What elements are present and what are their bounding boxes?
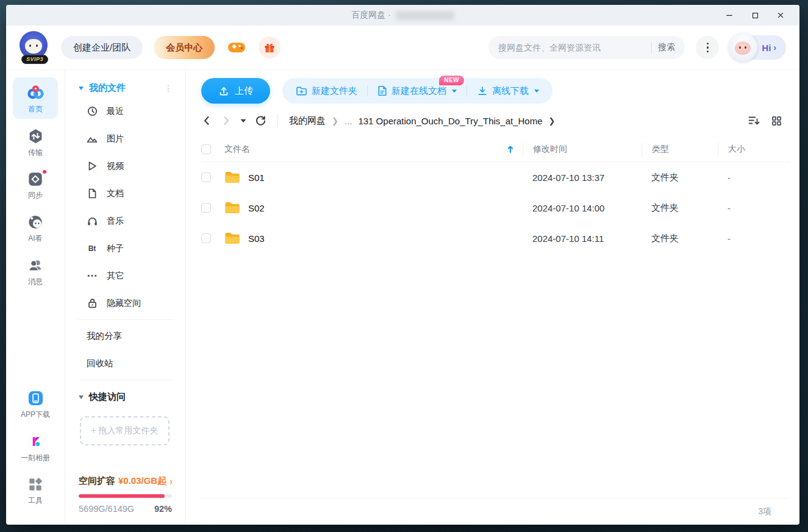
account-avatar[interactable]: SVIP3 — [20, 31, 50, 64]
sidebar-item-my-share[interactable]: 我的分享 — [77, 322, 176, 350]
sidenav: 我的文件 ⋮ 最近 图片 视频 — [65, 70, 186, 525]
transfer-icon — [27, 128, 44, 144]
more-options-button[interactable] — [696, 36, 719, 59]
rail-item-yike-album[interactable]: 一刻相册 — [13, 428, 58, 467]
sidebar-item-torrents[interactable]: Bt 种子 — [77, 235, 176, 262]
header-name-cell[interactable]: 文件名 — [224, 144, 523, 155]
search-box: 搜索 — [488, 36, 685, 59]
row-checkbox[interactable] — [201, 203, 211, 213]
table-row[interactable]: S01 2024-07-10 13:37 文件夹 - — [201, 162, 790, 193]
file-modified: 2024-07-10 14:00 — [523, 203, 642, 213]
breadcrumb-ellipsis[interactable]: ... — [345, 116, 352, 126]
column-name-label: 文件名 — [224, 144, 250, 155]
header-modified-cell[interactable]: 修改时间 — [523, 141, 642, 157]
folder-icon — [224, 201, 240, 215]
grid-view-button[interactable] — [771, 115, 782, 127]
breadcrumb: 我的网盘 ❯ ... 131 Operation_Ouch_Do_Try_Thi… — [289, 115, 555, 127]
header-size-cell[interactable]: 大小 — [718, 141, 790, 157]
new-online-doc-button[interactable]: NEW 新建在线文档 — [377, 85, 457, 97]
breadcrumb-root[interactable]: 我的网盘 — [289, 115, 326, 127]
breadcrumb-expand-arrow[interactable]: ❯ — [549, 116, 556, 126]
forward-button[interactable] — [221, 115, 232, 126]
rail-item-app-download[interactable]: APP下载 — [13, 385, 58, 424]
upload-button[interactable]: 上传 — [201, 78, 270, 104]
sidebar-item-documents[interactable]: 文档 — [77, 180, 176, 207]
new-folder-button[interactable]: 新建文件夹 — [296, 85, 357, 97]
history-dropdown-button[interactable] — [240, 119, 246, 123]
drop-folder-zone[interactable]: + 拖入常用文件夹 — [80, 416, 170, 445]
vip-center-button[interactable]: 会员中心 — [154, 36, 215, 59]
my-files-group-header[interactable]: 我的文件 ⋮ — [77, 80, 176, 98]
game-center-button[interactable] — [226, 37, 248, 59]
breadcrumb-current-folder[interactable]: 131 Operation_Ouch_Do_Try_This_at_Home — [358, 116, 542, 126]
file-type: 文件夹 — [642, 202, 718, 214]
caret-down-icon — [79, 87, 84, 90]
rail-item-messages[interactable]: 消息 — [13, 252, 58, 291]
file-name[interactable]: S03 — [248, 233, 265, 244]
navigation-row: 我的网盘 ❯ ... 131 Operation_Ouch_Do_Try_Thi… — [201, 105, 790, 137]
caret-down-icon — [79, 395, 84, 399]
gift-button[interactable] — [259, 37, 281, 59]
lock-icon — [87, 298, 98, 308]
select-all-checkbox[interactable] — [201, 144, 211, 154]
rail-item-sync[interactable]: 同步 — [13, 166, 58, 205]
file-type: 文件夹 — [642, 172, 718, 183]
breadcrumb-separator: ❯ — [332, 116, 338, 126]
caret-down-icon — [452, 90, 457, 93]
new-doc-icon — [377, 85, 387, 96]
my-files-menu-button[interactable]: ⋮ — [164, 84, 176, 93]
rail-item-tools[interactable]: 工具 — [13, 471, 58, 510]
grid-icon — [771, 115, 782, 127]
new-online-doc-label: 新建在线文档 — [391, 85, 446, 97]
table-row[interactable]: S03 2024-07-10 14:11 文件夹 - — [201, 223, 790, 254]
rail-item-home[interactable]: 首页 — [13, 77, 58, 119]
sort-button[interactable] — [748, 115, 760, 126]
maximize-button[interactable] — [745, 7, 765, 24]
row-checkbox[interactable] — [201, 233, 211, 243]
sidebar-item-pictures[interactable]: 图片 — [77, 125, 176, 152]
back-button[interactable] — [201, 115, 212, 126]
rail-item-ai-view[interactable]: AI看 — [13, 208, 58, 248]
search-button[interactable]: 搜索 — [658, 42, 675, 53]
sort-icon — [748, 115, 760, 126]
assistant-hi-button[interactable]: Hi › — [730, 35, 786, 60]
sidebar-item-recycle-bin[interactable]: 回收站 — [77, 350, 176, 377]
hi-label: Hi — [762, 43, 771, 53]
quick-access-header[interactable]: 快捷访问 — [77, 389, 176, 406]
table-row[interactable]: S02 2024-07-10 14:00 文件夹 - — [201, 193, 790, 223]
row-checkbox[interactable] — [201, 172, 211, 182]
storage-usage: 5699G/6149G — [79, 504, 134, 514]
left-rail: 首页 传输 同步 — [6, 70, 65, 525]
offline-download-button[interactable]: 离线下载 — [477, 85, 539, 97]
header-type-cell[interactable]: 类型 — [642, 141, 718, 157]
file-name[interactable]: S01 — [248, 172, 265, 183]
sidebar-item-music[interactable]: 音乐 — [77, 207, 176, 235]
file-size: - — [718, 172, 790, 183]
refresh-button[interactable] — [255, 115, 266, 127]
storage-expand-link[interactable]: 空间扩容 ¥0.03/GB起 › — [79, 475, 172, 487]
yike-album-icon — [27, 433, 44, 450]
sidebar-item-videos[interactable]: 视频 — [77, 152, 176, 180]
rail-label: 同步 — [28, 190, 43, 200]
sort-ascending-icon[interactable] — [507, 145, 514, 154]
sidebar-item-others[interactable]: 其它 — [77, 262, 176, 289]
quick-access-title: 快捷访问 — [89, 391, 126, 403]
sidebar-item-label: 隐藏空间 — [107, 298, 141, 309]
file-name[interactable]: S02 — [248, 203, 265, 213]
sidebar-item-hidden-space[interactable]: 隐藏空间 — [77, 289, 176, 317]
rail-item-transfer[interactable]: 传输 — [13, 122, 58, 162]
search-input[interactable] — [498, 43, 645, 52]
toolbar: 上传 新建文件夹 NEW — [201, 78, 790, 104]
storage-usage-row: 5699G/6149G 92% — [79, 504, 172, 514]
create-team-button[interactable]: 创建企业/团队 — [61, 36, 143, 59]
new-folder-label: 新建文件夹 — [312, 85, 357, 97]
column-modified-label: 修改时间 — [533, 144, 567, 155]
sidebar-item-label: 视频 — [107, 161, 124, 172]
view-controls — [748, 115, 790, 127]
minimize-button[interactable] — [719, 7, 740, 24]
sidebar-item-recent[interactable]: 最近 — [77, 98, 176, 125]
close-button[interactable] — [770, 7, 791, 24]
window-title-text: 百度网盘 · — [351, 10, 391, 21]
divider — [77, 380, 174, 380]
divider — [277, 115, 278, 127]
